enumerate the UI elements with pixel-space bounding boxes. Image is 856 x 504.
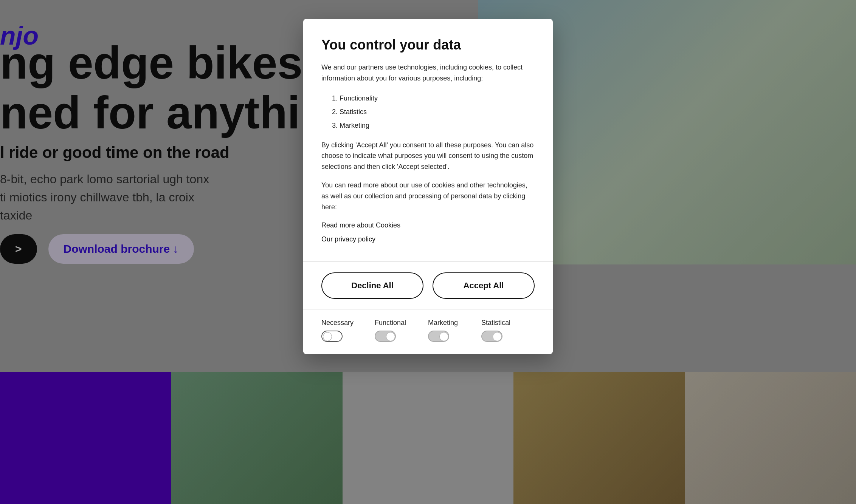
modal-purposes-list: Functionality Statistics Marketing xyxy=(340,91,535,132)
cookie-consent-modal: You control your data We and our partner… xyxy=(303,19,553,354)
toggle-statistical-switch[interactable] xyxy=(481,331,502,342)
toggle-statistical-label: Statistical xyxy=(481,319,510,327)
toggle-functional-switch[interactable] xyxy=(375,331,396,342)
modal-links: Read more about Cookies Our privacy poli… xyxy=(321,221,535,243)
modal-paragraph-1: By clicking 'Accept All' you consent to … xyxy=(321,140,535,172)
toggle-statistical: Statistical xyxy=(481,319,535,342)
list-item-functionality: Functionality xyxy=(340,91,535,105)
read-more-cookies-link[interactable]: Read more about Cookies xyxy=(321,221,535,229)
decline-all-button[interactable]: Decline All xyxy=(321,272,423,299)
toggle-marketing: Marketing xyxy=(428,319,481,342)
toggle-necessary-label: Necessary xyxy=(321,319,354,327)
toggle-functional: Functional xyxy=(375,319,428,342)
modal-description: We and our partners use technologies, in… xyxy=(321,62,535,84)
toggle-functional-label: Functional xyxy=(375,319,406,327)
privacy-policy-link[interactable]: Our privacy policy xyxy=(321,235,535,243)
modal-paragraph-2: You can read more about our use of cooki… xyxy=(321,180,535,212)
modal-body: You control your data We and our partner… xyxy=(303,19,553,261)
toggle-necessary: Necessary xyxy=(321,319,375,342)
list-item-statistics: Statistics xyxy=(340,105,535,119)
modal-action-buttons: Decline All Accept All xyxy=(303,262,553,309)
toggle-necessary-switch[interactable] xyxy=(321,331,343,342)
accept-all-button[interactable]: Accept All xyxy=(433,272,535,299)
toggle-marketing-label: Marketing xyxy=(428,319,458,327)
toggle-marketing-switch[interactable] xyxy=(428,331,449,342)
modal-toggle-section: Necessary Functional Marketing Statistic… xyxy=(303,309,553,354)
list-item-marketing: Marketing xyxy=(340,119,535,132)
modal-title: You control your data xyxy=(321,37,535,53)
